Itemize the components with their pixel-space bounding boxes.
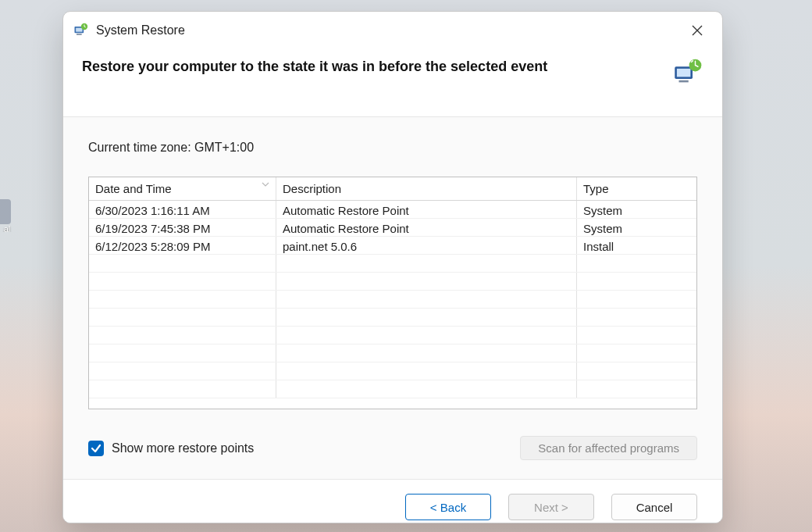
table-row-empty: . bbox=[89, 309, 696, 327]
table-row-empty: . bbox=[89, 291, 696, 309]
show-more-checkbox[interactable]: Show more restore points bbox=[88, 441, 254, 456]
cell-type: System bbox=[577, 219, 696, 236]
show-more-label: Show more restore points bbox=[112, 441, 254, 455]
table-row-empty: . bbox=[89, 380, 696, 398]
column-header-date-label: Date and Time bbox=[95, 182, 172, 195]
svg-rect-5 bbox=[677, 69, 691, 77]
cell-desc: paint.net 5.0.6 bbox=[276, 237, 577, 254]
cell-date: 6/30/2023 1:16:11 AM bbox=[89, 201, 276, 218]
table-row-empty: . bbox=[89, 327, 696, 345]
desktop-icon-label: al bbox=[4, 224, 11, 232]
system-restore-icon bbox=[73, 23, 88, 38]
checkbox-box bbox=[88, 441, 104, 456]
table-row[interactable]: 6/30/2023 1:16:11 AM Automatic Restore P… bbox=[89, 201, 696, 219]
table-row-empty: . bbox=[89, 345, 696, 362]
column-header-type[interactable]: Type bbox=[577, 177, 696, 200]
svg-rect-6 bbox=[679, 80, 689, 83]
header-strip: Restore your computer to the state it wa… bbox=[63, 48, 722, 117]
desktop-icon[interactable]: al bbox=[0, 199, 14, 232]
back-button[interactable]: < Back bbox=[405, 494, 491, 520]
table-row[interactable]: 6/12/2023 5:28:09 PM paint.net 5.0.6 Ins… bbox=[89, 237, 696, 255]
cell-date: 6/19/2023 7:45:38 PM bbox=[89, 219, 276, 236]
content-area: Current time zone: GMT+1:00 Date and Tim… bbox=[63, 117, 722, 480]
restore-wizard-icon bbox=[671, 57, 703, 90]
window-title: System Restore bbox=[96, 23, 185, 37]
table-header-row: Date and Time Description Type bbox=[89, 177, 696, 201]
svg-rect-1 bbox=[76, 28, 82, 32]
cell-desc: Automatic Restore Point bbox=[276, 219, 577, 236]
timezone-label: Current time zone: GMT+1:00 bbox=[88, 141, 697, 155]
scan-affected-programs-button[interactable]: Scan for affected programs bbox=[520, 436, 697, 460]
table-body: 6/30/2023 1:16:11 AM Automatic Restore P… bbox=[89, 201, 696, 409]
table-row-empty: . bbox=[89, 255, 696, 273]
titlebar: System Restore bbox=[63, 12, 722, 48]
check-icon bbox=[91, 443, 102, 454]
cell-date: 6/12/2023 5:28:09 PM bbox=[89, 237, 276, 254]
system-restore-dialog: System Restore Restore your computer to … bbox=[62, 11, 723, 523]
cell-desc: Automatic Restore Point bbox=[276, 201, 577, 218]
cancel-button[interactable]: Cancel bbox=[611, 494, 697, 520]
table-row-empty: . bbox=[89, 362, 696, 380]
restore-points-table: Date and Time Description Type 6/30/2023… bbox=[88, 177, 697, 409]
page-heading: Restore your computer to the state it wa… bbox=[82, 59, 671, 75]
close-button[interactable] bbox=[682, 18, 713, 43]
column-header-description[interactable]: Description bbox=[276, 177, 577, 200]
cell-type: System bbox=[577, 201, 696, 218]
table-row-empty: . bbox=[89, 273, 696, 291]
below-table-bar: Show more restore points Scan for affect… bbox=[88, 436, 697, 460]
svg-rect-2 bbox=[77, 34, 82, 35]
next-button[interactable]: Next > bbox=[508, 494, 594, 520]
footer-buttons: < Back Next > Cancel bbox=[63, 480, 722, 523]
sort-desc-icon bbox=[260, 179, 271, 190]
table-row[interactable]: 6/19/2023 7:45:38 PM Automatic Restore P… bbox=[89, 219, 696, 237]
cell-type: Install bbox=[577, 237, 696, 254]
column-header-date[interactable]: Date and Time bbox=[89, 177, 276, 200]
close-icon bbox=[692, 25, 703, 36]
